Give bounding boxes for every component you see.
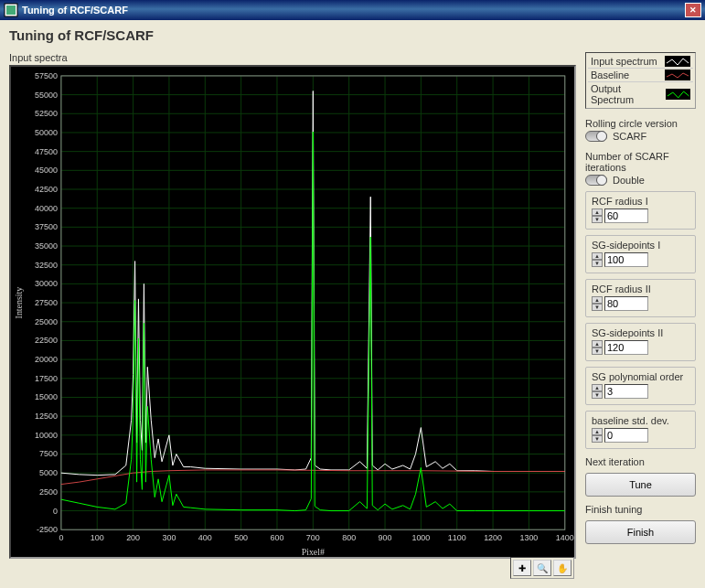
svg-text:50000: 50000: [35, 128, 58, 137]
finish-button[interactable]: Finish: [585, 520, 696, 544]
spin-up-icon[interactable]: ▲: [592, 208, 603, 216]
svg-rect-2: [11, 67, 573, 557]
svg-text:35000: 35000: [35, 241, 58, 251]
legend-item-input[interactable]: Input spectrum: [588, 55, 693, 69]
svg-text:37500: 37500: [35, 222, 58, 231]
legend-label: Output Spectrum: [591, 83, 666, 105]
svg-text:1300: 1300: [519, 533, 538, 542]
spinner[interactable]: ▲▼: [592, 428, 603, 443]
param-label: SG polynomial order: [592, 371, 689, 382]
svg-text:-2500: -2500: [37, 525, 58, 534]
svg-text:1200: 1200: [484, 533, 502, 542]
titlebar: Tuning of RCF/SCARF ✕: [0, 0, 705, 20]
svg-text:20000: 20000: [35, 355, 58, 364]
legend-swatch: [666, 89, 690, 100]
spinner[interactable]: ▲▼: [592, 384, 603, 399]
spinner[interactable]: ▲▼: [592, 252, 603, 267]
legend: Input spectrum Baseline Output Spectrum: [585, 52, 696, 109]
svg-text:0: 0: [59, 533, 63, 542]
spectrum-chart: 0100200300400500600700800900100011001200…: [11, 67, 574, 557]
svg-text:22500: 22500: [35, 336, 58, 345]
plot-tools: ✚ 🔍 ✋: [510, 557, 574, 579]
plot-area: Input spectra 01002003004005006007008009…: [9, 52, 576, 559]
spin-down-icon[interactable]: ▼: [592, 216, 603, 223]
svg-text:25000: 25000: [35, 317, 58, 326]
toggle-value: SCARF: [613, 131, 646, 142]
rcf-radius-2-input[interactable]: [604, 296, 648, 311]
toggle-value: Double: [613, 175, 645, 186]
svg-text:1000: 1000: [411, 533, 430, 542]
svg-text:400: 400: [198, 533, 212, 542]
close-button[interactable]: ✕: [685, 3, 701, 17]
svg-text:12500: 12500: [35, 412, 58, 421]
spin-down-icon[interactable]: ▼: [592, 347, 603, 355]
baseline-std-input[interactable]: [604, 428, 648, 443]
spin-up-icon[interactable]: ▲: [592, 296, 603, 304]
sg-sidepoints-1-input[interactable]: [604, 252, 648, 267]
zoom-tool-icon[interactable]: 🔍: [533, 560, 551, 576]
svg-text:30000: 30000: [35, 279, 58, 288]
svg-rect-1: [6, 5, 16, 15]
control-panel: Input spectrum Baseline Output Spectrum …: [585, 52, 696, 559]
svg-text:200: 200: [126, 533, 140, 542]
param-label: RCF radius II: [592, 283, 689, 294]
spinner[interactable]: ▲▼: [592, 208, 603, 223]
toggle-label: Number of SCARF iterations: [585, 151, 696, 173]
legend-item-output[interactable]: Output Spectrum: [588, 82, 693, 106]
spin-up-icon[interactable]: ▲: [592, 252, 603, 260]
spin-down-icon[interactable]: ▼: [592, 435, 603, 443]
svg-text:57500: 57500: [35, 71, 58, 80]
legend-swatch: [665, 69, 690, 80]
svg-text:Intensity: Intensity: [14, 287, 24, 319]
plot-label: Input spectra: [9, 52, 576, 63]
spin-up-icon[interactable]: ▲: [592, 340, 603, 347]
toggle-switch-icon[interactable]: [585, 175, 607, 186]
param-label: SG-sidepoints I: [592, 240, 689, 251]
svg-text:1400: 1400: [556, 533, 574, 542]
tune-button[interactable]: Tune: [585, 473, 696, 497]
rcf-radius-1-input[interactable]: [604, 208, 648, 223]
toggle-switch-icon[interactable]: [585, 131, 607, 142]
spin-up-icon[interactable]: ▲: [592, 428, 603, 435]
legend-label: Baseline: [591, 69, 629, 80]
spinner[interactable]: ▲▼: [592, 296, 603, 311]
sg-poly-order-input[interactable]: [604, 384, 648, 399]
param-rcf-radius-1: RCF radius I ▲▼: [585, 191, 696, 230]
spin-up-icon[interactable]: ▲: [592, 384, 603, 391]
crosshair-tool-icon[interactable]: ✚: [513, 560, 531, 576]
spin-down-icon[interactable]: ▼: [592, 304, 603, 311]
svg-text:0: 0: [53, 507, 58, 516]
svg-text:42500: 42500: [35, 185, 58, 194]
pan-tool-icon[interactable]: ✋: [553, 560, 571, 576]
spinner[interactable]: ▲▼: [592, 340, 603, 355]
iterations-group: Number of SCARF iterations Double: [585, 151, 696, 186]
sg-sidepoints-2-input[interactable]: [604, 340, 648, 355]
iterations-toggle[interactable]: Double: [585, 175, 696, 186]
svg-text:900: 900: [379, 533, 392, 542]
svg-text:47500: 47500: [35, 147, 58, 156]
svg-text:7500: 7500: [39, 449, 58, 458]
param-sg-sidepoints-2: SG-sidepoints II ▲▼: [585, 323, 696, 361]
svg-text:100: 100: [91, 533, 104, 542]
svg-text:800: 800: [342, 533, 356, 542]
svg-text:Pixel#: Pixel#: [302, 547, 325, 557]
svg-text:700: 700: [306, 533, 320, 542]
svg-text:2500: 2500: [39, 487, 58, 497]
toggle-label: Rolling circle version: [585, 118, 696, 129]
next-iteration-label: Next iteration: [585, 456, 696, 467]
param-label: baseline std. dev.: [592, 415, 689, 426]
finish-tuning-label: Finish tuning: [585, 504, 696, 515]
plot-frame[interactable]: 0100200300400500600700800900100011001200…: [9, 65, 576, 559]
svg-text:15000: 15000: [35, 392, 58, 401]
rolling-circle-toggle[interactable]: SCARF: [585, 131, 696, 142]
rolling-circle-group: Rolling circle version SCARF: [585, 118, 696, 142]
param-rcf-radius-2: RCF radius II ▲▼: [585, 279, 696, 317]
spin-down-icon[interactable]: ▼: [592, 260, 603, 267]
param-label: SG-sidepoints II: [592, 327, 689, 338]
param-sg-sidepoints-1: SG-sidepoints I ▲▼: [585, 235, 696, 273]
svg-text:300: 300: [162, 533, 176, 542]
legend-item-baseline[interactable]: Baseline: [588, 69, 693, 82]
svg-text:40000: 40000: [35, 204, 58, 213]
svg-text:500: 500: [234, 533, 248, 542]
spin-down-icon[interactable]: ▼: [592, 391, 603, 399]
